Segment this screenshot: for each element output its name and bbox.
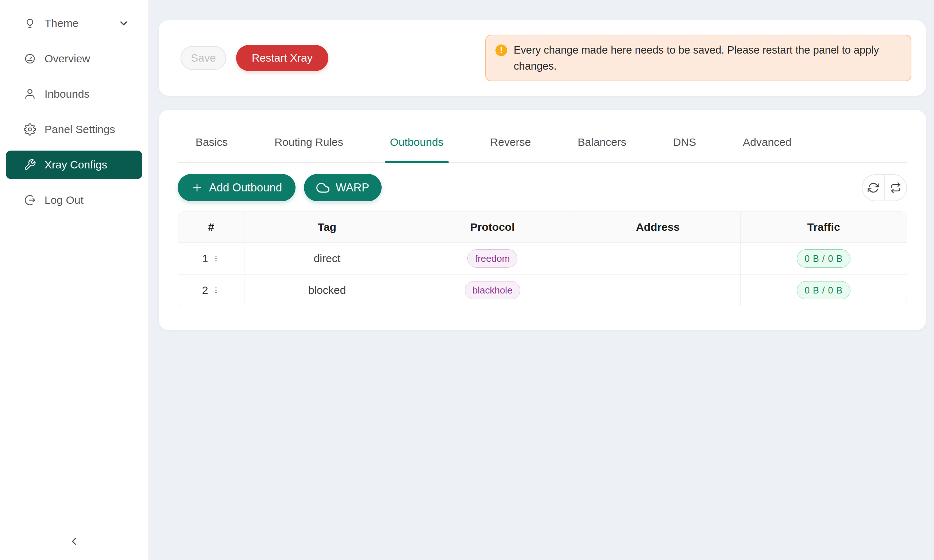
sidebar: Theme Overview Inbounds Panel Settings X…: [0, 0, 148, 560]
row-menu-button[interactable]: [212, 254, 220, 263]
save-button[interactable]: Save: [180, 46, 226, 70]
tab-balancers[interactable]: Balancers: [572, 136, 631, 162]
sidebar-item-log-out[interactable]: Log Out: [6, 186, 142, 214]
row-index: 1: [202, 252, 208, 265]
refresh-button[interactable]: [863, 175, 885, 200]
sidebar-item-panel-settings[interactable]: Panel Settings: [6, 115, 142, 144]
restart-xray-button[interactable]: Restart Xray: [236, 45, 328, 71]
cell-tag: direct: [244, 242, 410, 274]
main-content: Save Restart Xray ! Every change made he…: [148, 0, 934, 560]
cell-tag: blocked: [244, 274, 410, 306]
sidebar-item-theme[interactable]: Theme: [6, 9, 142, 38]
row-menu-button[interactable]: [212, 285, 220, 295]
warp-label: WARP: [336, 181, 369, 194]
actions-row: Add Outbound WARP: [178, 174, 907, 201]
restart-warning-alert: ! Every change made here needs to be sav…: [485, 35, 911, 81]
wrench-icon: [24, 158, 36, 171]
outbounds-table: # Tag Protocol Address Traffic 1: [178, 211, 907, 306]
sidebar-item-label: Xray Configs: [45, 158, 107, 171]
warning-icon: !: [495, 45, 507, 56]
tab-reverse[interactable]: Reverse: [485, 136, 536, 162]
table-header-row: # Tag Protocol Address Traffic: [178, 212, 907, 242]
traffic-badge: 0 B / 0 B: [797, 281, 851, 299]
cloud-icon: [316, 181, 330, 194]
lightbulb-icon: [24, 17, 36, 29]
chevron-down-icon: [118, 18, 129, 29]
xray-configs-card: Basics Routing Rules Outbounds Reverse B…: [159, 110, 926, 330]
column-header-tag: Tag: [244, 212, 410, 242]
sidebar-item-label: Inbounds: [45, 88, 89, 100]
sidebar-item-overview[interactable]: Overview: [6, 45, 142, 73]
gear-icon: [24, 123, 36, 135]
sidebar-item-xray-configs[interactable]: Xray Configs: [6, 151, 142, 179]
cell-address: [575, 242, 740, 274]
tab-bar: Basics Routing Rules Outbounds Reverse B…: [178, 136, 907, 163]
alert-text: Every change made here needs to be saved…: [514, 42, 901, 74]
plus-icon: [191, 182, 203, 194]
table-row: 2 blocked blackhole 0 B / 0 B: [178, 274, 907, 306]
table-tools-group: [862, 174, 907, 201]
sidebar-item-label: Overview: [45, 52, 90, 65]
sidebar-item-label: Log Out: [45, 194, 83, 206]
traffic-badge: 0 B / 0 B: [797, 249, 851, 268]
row-index: 2: [202, 284, 208, 296]
warp-button[interactable]: WARP: [304, 174, 382, 201]
tab-dns[interactable]: DNS: [668, 136, 701, 162]
refresh-icon: [868, 182, 879, 194]
column-header-index: #: [178, 212, 244, 242]
table-row: 1 direct freedom 0 B / 0 B: [178, 242, 907, 274]
sidebar-collapse-button[interactable]: [65, 533, 83, 550]
dashboard-icon: [24, 52, 36, 65]
user-icon: [24, 88, 36, 100]
sidebar-item-label: Panel Settings: [45, 123, 115, 135]
repeat-button[interactable]: [885, 175, 906, 200]
sidebar-item-inbounds[interactable]: Inbounds: [6, 80, 142, 108]
tab-outbounds[interactable]: Outbounds: [385, 136, 449, 162]
tab-routing-rules[interactable]: Routing Rules: [269, 136, 348, 162]
column-header-protocol: Protocol: [410, 212, 575, 242]
toolbar-card: Save Restart Xray ! Every change made he…: [159, 20, 926, 96]
column-header-address: Address: [575, 212, 740, 242]
protocol-badge: blackhole: [465, 281, 520, 299]
add-outbound-button[interactable]: Add Outbound: [178, 174, 296, 201]
tab-advanced[interactable]: Advanced: [738, 136, 797, 162]
sidebar-item-label: Theme: [45, 17, 79, 29]
kebab-icon: [212, 285, 220, 295]
cell-address: [575, 274, 740, 306]
logout-icon: [24, 194, 36, 206]
repeat-icon: [890, 182, 901, 193]
kebab-icon: [212, 254, 220, 263]
column-header-traffic: Traffic: [741, 212, 907, 242]
chevron-left-icon: [68, 535, 80, 548]
tab-basics[interactable]: Basics: [190, 136, 233, 162]
protocol-badge: freedom: [467, 249, 517, 268]
add-outbound-label: Add Outbound: [209, 181, 282, 194]
